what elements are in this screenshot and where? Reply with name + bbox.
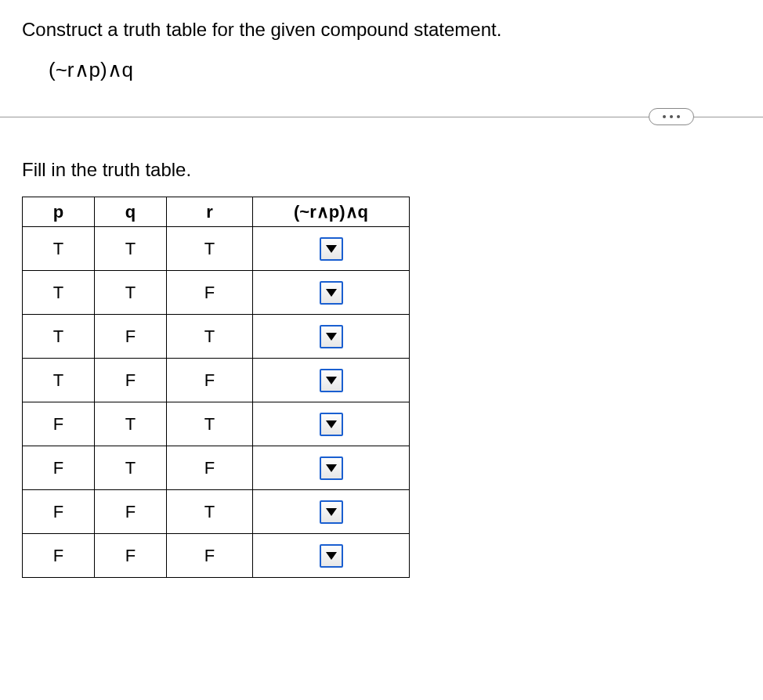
header-q: q — [95, 197, 167, 227]
cell-q: F — [95, 315, 167, 359]
table-row: F T T — [23, 402, 410, 446]
cell-r: T — [167, 227, 253, 271]
cell-p: F — [23, 446, 95, 490]
answer-dropdown[interactable] — [320, 325, 343, 348]
table-header-row: p q r (~r∧p)∧q — [23, 197, 410, 227]
cell-r: T — [167, 402, 253, 446]
cell-q: T — [95, 227, 167, 271]
cell-q: F — [95, 490, 167, 534]
cell-q: F — [95, 534, 167, 578]
cell-p: F — [23, 534, 95, 578]
cell-p: F — [23, 402, 95, 446]
cell-result — [253, 446, 410, 490]
cell-p: F — [23, 490, 95, 534]
cell-q: T — [95, 271, 167, 315]
answer-dropdown[interactable] — [320, 413, 343, 436]
cell-p: T — [23, 359, 95, 402]
answer-dropdown[interactable] — [320, 281, 343, 305]
fill-instruction: Fill in the truth table. — [22, 159, 741, 181]
compound-statement: (~r∧p)∧q — [49, 58, 741, 82]
cell-result — [253, 534, 410, 578]
ellipsis-icon — [670, 115, 673, 118]
cell-result — [253, 402, 410, 446]
chevron-down-icon — [326, 333, 337, 341]
chevron-down-icon — [326, 420, 337, 428]
table-row: F T F — [23, 446, 410, 490]
header-p: p — [23, 197, 95, 227]
cell-result — [253, 359, 410, 402]
answer-dropdown[interactable] — [320, 369, 343, 392]
cell-q: F — [95, 359, 167, 402]
table-row: T T T — [23, 227, 410, 271]
cell-r: T — [167, 315, 253, 359]
ellipsis-icon — [663, 115, 666, 118]
chevron-down-icon — [326, 552, 337, 560]
chevron-down-icon — [326, 245, 337, 253]
cell-p: T — [23, 315, 95, 359]
table-row: F F T — [23, 490, 410, 534]
cell-p: T — [23, 227, 95, 271]
answer-dropdown[interactable] — [320, 237, 343, 261]
cell-result — [253, 490, 410, 534]
answer-dropdown[interactable] — [320, 500, 343, 524]
cell-r: F — [167, 446, 253, 490]
chevron-down-icon — [326, 377, 337, 384]
table-row: T F F — [23, 359, 410, 402]
cell-q: T — [95, 402, 167, 446]
cell-r: F — [167, 271, 253, 315]
answer-dropdown[interactable] — [320, 544, 343, 568]
chevron-down-icon — [326, 508, 337, 516]
table-row: T F T — [23, 315, 410, 359]
more-options-button[interactable] — [649, 108, 694, 125]
truth-table: p q r (~r∧p)∧q T T T T T F T F T — [22, 197, 410, 578]
answer-dropdown[interactable] — [320, 456, 343, 480]
cell-result — [253, 271, 410, 315]
chevron-down-icon — [326, 289, 337, 297]
chevron-down-icon — [326, 464, 337, 472]
header-result: (~r∧p)∧q — [253, 197, 410, 227]
section-divider — [22, 106, 741, 128]
table-row: T T F — [23, 271, 410, 315]
cell-result — [253, 315, 410, 359]
cell-r: T — [167, 490, 253, 534]
cell-r: F — [167, 359, 253, 402]
cell-r: F — [167, 534, 253, 578]
cell-result — [253, 227, 410, 271]
instruction-text: Construct a truth table for the given co… — [22, 16, 741, 44]
table-row: F F F — [23, 534, 410, 578]
cell-q: T — [95, 446, 167, 490]
ellipsis-icon — [677, 115, 680, 118]
cell-p: T — [23, 271, 95, 315]
header-r: r — [167, 197, 253, 227]
